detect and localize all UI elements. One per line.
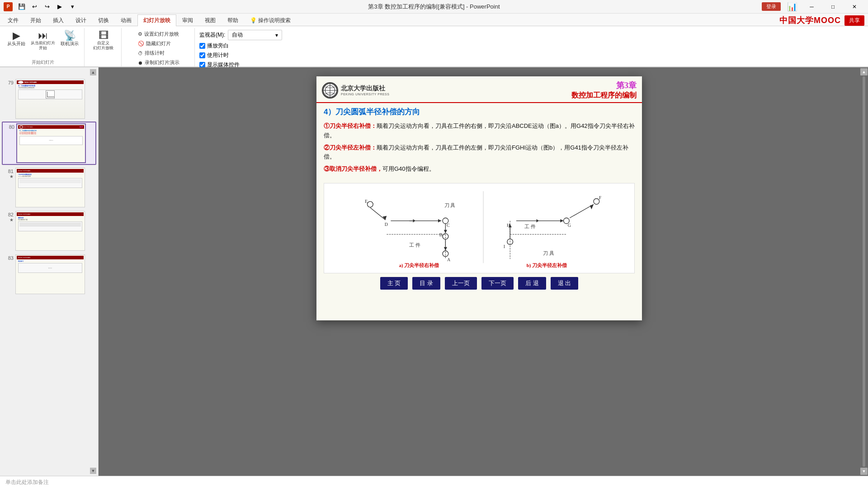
redo-button[interactable]: ↪	[42, 1, 52, 12]
svg-marker-14	[438, 219, 441, 222]
quick-access-toolbar: 💾 ↩ ↪ ▶ ▾	[16, 1, 78, 12]
setup-show-label: 设置幻灯片放映	[144, 31, 179, 38]
nav-back-button[interactable]: 后 退	[518, 277, 546, 290]
chapter-block: 第3章 数控加工程序的编制	[571, 80, 637, 100]
more-button[interactable]: ▾	[67, 1, 78, 12]
ribbon-branding: 中国大学MOOC 共享	[779, 15, 868, 26]
online-present-button[interactable]: 📡 联机演示	[59, 30, 80, 48]
ribbon-content: ▶ 从头开始 ⏭ 从当前幻灯片开始 📡 联机演示 开始幻灯片 🎞 自定义幻灯	[0, 26, 868, 67]
tab-design[interactable]: 设计	[70, 14, 92, 26]
ribbon-group-monitor: 监视器(M): 自动 ▾ 播放旁白 使用计时 显示媒体控件	[196, 28, 295, 66]
use-timing-label: 使用计时	[207, 52, 229, 59]
hide-slide-button[interactable]: 🚫 隐藏幻灯片	[136, 39, 173, 48]
svg-text:A: A	[447, 257, 451, 262]
svg-text:D: D	[385, 222, 388, 227]
nav-catalog-button[interactable]: 目 录	[412, 277, 440, 290]
monitor-dropdown-row: 监视器(M): 自动 ▾	[199, 30, 282, 40]
logo-main-text: 北京大学出版社	[341, 84, 389, 93]
record-button[interactable]: ⏺ 录制幻灯片演示	[136, 58, 181, 67]
slide-diagram: 工 件 工 件 刀 具 刀 具 E D	[324, 183, 635, 273]
slide-image-82: 数控加工程序的编制 编程实例 综合编程练习题	[15, 211, 85, 251]
svg-marker-19	[444, 230, 447, 233]
slide-thumb-79[interactable]: 79 数控加工程序的编制 3）刀尖圆弧半径补偿 刀尖半径设置注意事项说明...	[2, 78, 96, 120]
tab-animations[interactable]: 动画	[115, 14, 137, 26]
playback-narration-checkbox[interactable]	[199, 43, 205, 49]
scroll-right-down-button[interactable]: ▼	[860, 468, 868, 475]
online-label: 联机演示	[61, 41, 79, 47]
nav-exit-button[interactable]: 退 出	[551, 277, 579, 290]
minimize-button[interactable]: ─	[802, 0, 822, 13]
from-beginning-icon: ▶	[13, 31, 20, 41]
use-timing-checkbox[interactable]	[199, 52, 205, 58]
present-button[interactable]: ▶	[54, 1, 65, 12]
scroll-right-up-button[interactable]: ▲	[860, 68, 868, 75]
slide-number-81: 81 ★	[3, 168, 14, 179]
scroll-down-button[interactable]: ▼	[90, 468, 96, 474]
scroll-up-button[interactable]: ▲	[90, 69, 96, 75]
slide-star-81: ★	[9, 174, 14, 179]
playback-narration-row[interactable]: 播放旁白	[199, 42, 282, 50]
maximize-button[interactable]: □	[823, 0, 843, 13]
tab-home[interactable]: 开始	[24, 14, 47, 26]
tab-slideshow[interactable]: 幻灯片放映	[137, 14, 176, 26]
nav-home-button[interactable]: 主 页	[380, 277, 408, 290]
monitor-select[interactable]: 自动 ▾	[228, 30, 282, 40]
svg-text:F: F	[599, 195, 602, 200]
save-button[interactable]: 💾	[16, 1, 27, 12]
from-current-button[interactable]: ⏭ 从当前幻灯片开始	[29, 30, 57, 52]
use-timing-row[interactable]: 使用计时	[199, 52, 282, 59]
slide-thumb-81[interactable]: 81 ★ 数控加工程序的编制 刀尖半径补偿数值设定 G41/G42指令格式说明	[2, 167, 96, 208]
tab-insert[interactable]: 插入	[47, 14, 70, 26]
point-3: ③取消刀尖半径补偿，可用G40指令编程。	[324, 164, 635, 174]
tab-file[interactable]: 文件	[2, 14, 24, 26]
share-ribbon-icon[interactable]: 📊	[787, 2, 797, 12]
mooc-logo: 中国大学MOOC	[779, 15, 841, 26]
from-beginning-button[interactable]: ▶ 从头开始	[5, 30, 27, 48]
slide-thumb-82[interactable]: 82 ★ 数控加工程序的编制 编程实例 综合编程练习题	[2, 210, 96, 252]
titlebar: P 💾 ↩ ↪ ▶ ▾ 第3章 数控加工程序的编制[兼容模式] - PowerP…	[0, 0, 868, 14]
svg-text:I: I	[504, 244, 505, 249]
share-button[interactable]: 共享	[844, 15, 864, 26]
title-left: P 💾 ↩ ↪ ▶ ▾	[4, 1, 78, 12]
from-current-label: 从当前幻灯片开始	[31, 41, 55, 51]
slide-header: 北京大学出版社 PEKING UNIVERSITY PRESS 第3章 数控加工…	[316, 76, 642, 103]
slide-image-83: 数控加工程序的编制 综合练习 图示内容	[15, 254, 85, 294]
point3-text: 可用G40指令编程。	[382, 165, 435, 172]
nav-next-button[interactable]: 下一页	[481, 277, 514, 290]
tab-transitions[interactable]: 切换	[92, 14, 115, 26]
nav-prev-button[interactable]: 上一页	[445, 277, 477, 290]
slide-thumb-80[interactable]: 80 北京大学出版社 第3章 4）刀尖圆弧半径补偿的方向 ①刀尖半径右补偿: 顺…	[2, 122, 96, 165]
from-current-icon: ⏭	[38, 31, 48, 41]
svg-text:刀 具: 刀 具	[543, 250, 554, 256]
undo-button[interactable]: ↩	[29, 1, 40, 12]
tab-view[interactable]: 视图	[199, 14, 222, 26]
login-button[interactable]: 登录	[762, 2, 781, 11]
slide-thumb-83[interactable]: 83 数控加工程序的编制 综合练习 图示内容	[2, 253, 96, 295]
custom-buttons: 🎞 自定义幻灯片放映	[91, 28, 115, 66]
main-area: ▲ 79 数控加工程序的编制 3）刀尖圆弧半径补偿 刀尖半径设置注意事项说明..…	[0, 67, 868, 476]
app-icon: P	[4, 2, 13, 11]
ribbon: 文件 开始 插入 设计 切换 动画 幻灯片放映 审阅 视图 帮助 💡 操作说明搜…	[0, 14, 868, 67]
svg-text:工 件: 工 件	[524, 224, 536, 229]
svg-line-10	[370, 207, 386, 220]
record-label: 录制幻灯片演示	[145, 59, 179, 66]
custom-icon: 🎞	[99, 31, 108, 41]
tab-help[interactable]: 帮助	[222, 14, 244, 26]
custom-show-button[interactable]: 🎞 自定义幻灯片放映	[91, 30, 115, 52]
slide-image-80: 北京大学出版社 第3章 4）刀尖圆弧半径补偿的方向 ①刀尖半径右补偿: 顺着刀尖…	[16, 123, 86, 163]
tab-search[interactable]: 💡 操作说明搜索	[244, 14, 297, 26]
rehearse-button[interactable]: ⏱ 排练计时	[136, 49, 166, 57]
tab-review[interactable]: 审阅	[176, 14, 199, 26]
slide-navigation: 主 页 目 录 上一页 下一页 后 退 退 出	[316, 277, 642, 290]
close-button[interactable]: ✕	[844, 0, 864, 13]
point-2: ②刀尖半径左补偿：顺着刀尖运动方向看，刀具在工件的左侧，即刀尖沿FGHI运动（图…	[324, 143, 635, 162]
ribbon-group-custom: 🎞 自定义幻灯片放映	[85, 28, 122, 66]
svg-text:C: C	[447, 223, 450, 228]
svg-text:刀 具: 刀 具	[444, 202, 456, 208]
svg-marker-46	[413, 219, 415, 222]
online-icon: 📡	[64, 31, 76, 41]
workspace: 北京大学出版社 PEKING UNIVERSITY PRESS 第3章 数控加工…	[99, 67, 860, 476]
slide-background: 北京大学出版社 PEKING UNIVERSITY PRESS 第3章 数控加工…	[316, 76, 642, 320]
rehearse-icon: ⏱	[138, 51, 143, 56]
setup-show-button[interactable]: ⚙ 设置幻灯片放映	[136, 30, 181, 38]
